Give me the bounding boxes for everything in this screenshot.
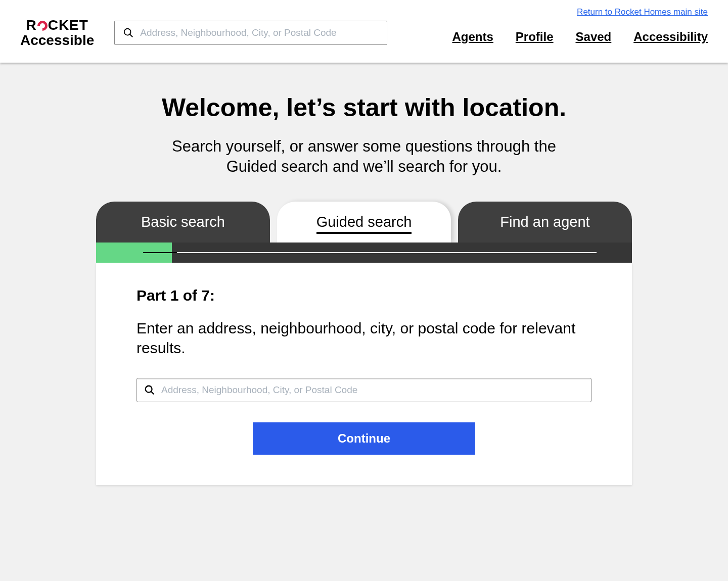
return-main-site-link[interactable]: Return to Rocket Homes main site [577, 7, 708, 17]
guided-panel: Part 1 of 7: Enter an address, neighbour… [96, 263, 632, 485]
continue-button[interactable]: Continue [253, 422, 475, 455]
logo-accessible-text: Accessible [20, 32, 94, 49]
svg-line-1 [130, 34, 133, 37]
panel-search-input[interactable] [161, 384, 584, 396]
nav-accessibility[interactable]: Accessibility [633, 30, 708, 44]
tab-find-agent[interactable]: Find an agent [458, 202, 632, 243]
progress-track [177, 252, 597, 253]
main-nav: Agents Profile Saved Accessibility [452, 30, 708, 44]
search-icon [123, 27, 134, 38]
logo-rocket-text: RCKET [26, 17, 88, 33]
svg-line-3 [151, 391, 154, 394]
nav-agents[interactable]: Agents [452, 30, 493, 44]
progress-bar [96, 243, 632, 263]
tab-guided-label: Guided search [316, 214, 412, 234]
part-label: Part 1 of 7: [136, 287, 592, 304]
nav-saved[interactable]: Saved [576, 30, 612, 44]
page-subtitle: Search yourself, or answer some question… [162, 136, 566, 177]
svg-point-2 [146, 385, 152, 392]
panel-search-wrap[interactable] [136, 378, 592, 402]
tab-basic-search[interactable]: Basic search [96, 202, 270, 243]
tab-guided-search[interactable]: Guided search [277, 202, 451, 243]
search-icon [144, 384, 155, 396]
header-search-wrap[interactable] [114, 21, 387, 45]
svg-point-0 [124, 29, 131, 35]
nav-profile[interactable]: Profile [516, 30, 554, 44]
header-search-input[interactable] [140, 27, 379, 38]
rocket-o-icon [35, 19, 50, 33]
page-title: Welcome, let’s start with location. [162, 93, 566, 122]
logo[interactable]: RCKET Accessible [20, 17, 94, 49]
part-instruction: Enter an address, neighbourhood, city, o… [136, 318, 592, 358]
progress-step-complete [96, 243, 172, 263]
search-tabs: Basic search Guided search Find an agent [96, 202, 632, 243]
